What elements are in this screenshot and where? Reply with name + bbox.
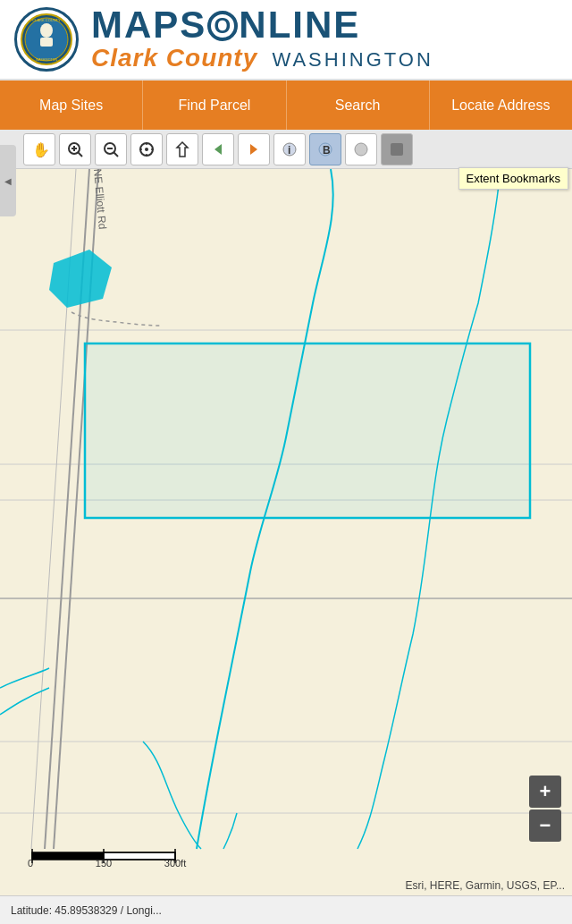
app-header: CLARK COUNTY WASHINGTON MAPSONLINE Clark… (0, 0, 572, 81)
nav-search-label: Search (335, 97, 381, 114)
extra-tool-button[interactable] (381, 133, 413, 165)
svg-text:WASHINGTON: WASHINGTON (36, 58, 57, 62)
svg-line-8 (78, 152, 82, 157)
full-extent-button[interactable] (130, 133, 163, 165)
main-nav: Map Sites Find Parcel Search Locate Addr… (0, 81, 572, 130)
svg-point-2 (40, 23, 53, 38)
svg-marker-21 (214, 144, 222, 155)
state-name: WASHINGTON (272, 48, 433, 71)
svg-text:B: B (323, 144, 331, 157)
app-title-block: MAPSONLINE Clark County WASHINGTON (91, 6, 433, 72)
svg-point-27 (355, 143, 367, 156)
map-toolbar: ◀ ✋ (0, 130, 572, 169)
select-tool-button[interactable] (166, 133, 198, 165)
svg-text:150: 150 (96, 858, 112, 869)
svg-line-12 (114, 152, 118, 157)
county-name: Clark County (91, 44, 257, 72)
svg-rect-40 (85, 343, 530, 518)
svg-rect-42 (32, 852, 104, 860)
sidebar-collapse-handle[interactable]: ◀ (0, 145, 16, 216)
nav-find-parcel-label: Find Parcel (178, 97, 250, 114)
county-seal: CLARK COUNTY WASHINGTON (14, 7, 79, 72)
svg-text:0: 0 (28, 858, 33, 869)
map-canvas: NE Elliott Rd (0, 169, 572, 895)
scale-bar-svg: 0 150 300ft (14, 842, 193, 870)
svg-rect-28 (391, 143, 403, 156)
svg-rect-3 (40, 38, 53, 47)
svg-marker-20 (177, 142, 188, 157)
more-tools-button[interactable] (345, 133, 377, 165)
nav-locate-address-label: Locate Address (451, 97, 550, 114)
map-view[interactable]: NE Elliott Rd (0, 169, 572, 895)
zoom-in-button[interactable] (59, 133, 91, 165)
zoom-out-map-button[interactable]: − (529, 810, 561, 842)
zoom-controls: + − (529, 776, 561, 842)
back-extent-button[interactable] (202, 133, 234, 165)
forward-extent-button[interactable] (238, 133, 270, 165)
nav-find-parcel[interactable]: Find Parcel (143, 81, 286, 130)
zoom-in-map-button[interactable]: + (529, 776, 561, 808)
svg-text:✋: ✋ (32, 141, 48, 158)
app-title-main: MAPSONLINE (91, 6, 433, 44)
extent-bookmarks-tooltip: Extent Bookmarks (458, 167, 569, 190)
pan-tool-button[interactable]: ✋ (23, 133, 55, 165)
identify-button[interactable]: i (273, 133, 306, 165)
extent-bookmarks-button[interactable]: B (309, 133, 341, 165)
o-circle-icon: O (207, 11, 238, 41)
svg-text:CLARK COUNTY: CLARK COUNTY (32, 18, 61, 22)
nav-map-sites-label: Map Sites (39, 97, 103, 114)
zoom-out-button[interactable] (95, 133, 127, 165)
coordinates-display: Latitude: 45.89538329 / Longi... (11, 904, 162, 917)
map-attribution: Esri, HERE, Garmin, USGS, EP... (406, 879, 566, 892)
svg-marker-22 (250, 144, 257, 155)
svg-point-15 (145, 148, 148, 151)
scale-bar: 0 150 300ft (14, 842, 193, 870)
maps-text: MAPS (91, 4, 206, 46)
svg-text:i: i (288, 144, 290, 157)
svg-text:300ft: 300ft (164, 858, 186, 869)
app-title-county: Clark County WASHINGTON (91, 44, 433, 72)
nav-locate-address[interactable]: Locate Address (430, 81, 572, 130)
nav-search[interactable]: Search (287, 81, 430, 130)
nav-map-sites[interactable]: Map Sites (0, 81, 143, 130)
status-bar: Latitude: 45.89538329 / Longi... (0, 895, 572, 924)
nline-text: NLINE (239, 4, 360, 46)
